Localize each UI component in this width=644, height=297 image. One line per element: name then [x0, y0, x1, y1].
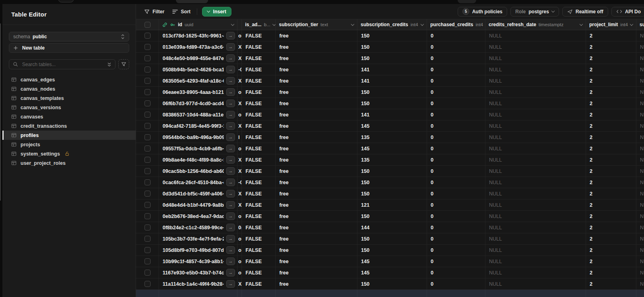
credits-refresh-date-cell[interactable]: NULL: [485, 166, 586, 177]
role-select-button[interactable]: Role postgres: [510, 7, 559, 17]
subscription-credits-cell[interactable]: 150: [357, 166, 427, 177]
id-cell[interactable]: 0cac6fca-26cf-4510-84ba-c4580...→: [159, 177, 237, 188]
is-admin-cell[interactable]: FALSE: [242, 143, 276, 154]
sort-button[interactable]: Sort: [168, 6, 194, 17]
purchased-credits-cell[interactable]: 0: [427, 278, 485, 289]
subscription-tier-cell[interactable]: free: [276, 154, 357, 165]
search-tables-input[interactable]: [21, 61, 104, 68]
is-admin-cell[interactable]: FALSE: [242, 245, 276, 255]
project-limit-cell[interactable]: 2: [586, 256, 636, 267]
credits-refresh-date-cell[interactable]: NULL: [485, 75, 586, 86]
sidebar-item-user_project_roles[interactable]: user_project_roles: [2, 158, 136, 168]
purchased-credits-cell[interactable]: 0: [427, 245, 485, 255]
clipped-cell[interactable]: l: [237, 132, 242, 143]
sidebar-item-system_settings[interactable]: system_settings: [2, 149, 136, 158]
id-cell[interactable]: 094caf42-7185-4e45-99f3-14abee...→: [159, 120, 237, 131]
credits-refresh-date-cell[interactable]: NULL: [485, 278, 586, 289]
clipped-right-cell[interactable]: NU: [636, 222, 644, 233]
column-header-clipped[interactable]: [237, 19, 242, 30]
sidebar-item-canvas_edges[interactable]: canvas_edges: [2, 75, 136, 84]
project-limit-cell[interactable]: 2: [586, 233, 636, 244]
project-limit-cell[interactable]: 2: [586, 143, 636, 154]
project-limit-cell[interactable]: 2: [586, 87, 636, 98]
clipped-cell[interactable]: X: [237, 278, 242, 289]
clipped-right-cell[interactable]: NU: [636, 98, 644, 109]
subscription-credits-cell[interactable]: 145: [357, 267, 427, 278]
row-checkbox[interactable]: [144, 224, 151, 231]
api-docs-button[interactable]: API Do: [611, 7, 644, 17]
id-cell[interactable]: 063505e5-4293-4faf-a18c-0e65b...→: [159, 75, 237, 86]
clipped-right-cell[interactable]: NU: [636, 166, 644, 177]
clipped-cell[interactable]: X: [237, 42, 242, 52]
row-checkbox[interactable]: [144, 55, 151, 61]
purchased-credits-cell[interactable]: 0: [427, 222, 485, 233]
is-admin-cell[interactable]: FALSE: [242, 222, 276, 233]
clipped-cell[interactable]: o: [237, 245, 242, 255]
column-header-project-limit[interactable]: project_limit int4: [586, 19, 636, 30]
subscription-tier-cell[interactable]: free: [276, 188, 357, 199]
subscription-credits-cell[interactable]: 141: [357, 109, 427, 120]
clipped-right-cell[interactable]: NU: [636, 30, 644, 41]
credits-refresh-date-cell[interactable]: NULL: [485, 211, 586, 222]
subscription-tier-cell[interactable]: free: [276, 222, 357, 233]
expand-row-button[interactable]: →: [226, 111, 235, 118]
clipped-right-cell[interactable]: NU: [636, 53, 644, 64]
filter-button[interactable]: Filter: [140, 6, 168, 17]
subscription-credits-cell[interactable]: 135: [357, 132, 427, 143]
clipped-right-cell[interactable]: NU: [636, 64, 644, 75]
credits-refresh-date-cell[interactable]: NULL: [485, 233, 586, 244]
id-cell[interactable]: 0d48e4d4-b1bf-4479-9a8b-4a4b...→: [159, 199, 237, 210]
realtime-toggle-button[interactable]: Realtime off: [562, 7, 608, 17]
row-checkbox[interactable]: [144, 236, 151, 242]
credits-refresh-date-cell[interactable]: NULL: [485, 245, 586, 255]
subscription-credits-cell[interactable]: 150: [357, 177, 427, 188]
project-limit-cell[interactable]: 2: [586, 154, 636, 165]
clipped-cell[interactable]: o: [237, 233, 242, 244]
is-admin-cell[interactable]: FALSE: [242, 188, 276, 199]
project-limit-cell[interactable]: 2: [586, 211, 636, 222]
expand-row-button[interactable]: →: [226, 235, 235, 243]
id-cell[interactable]: 09557f5a-0dcb-4cb9-a6fb-fff366...→: [159, 143, 237, 154]
clipped-right-cell[interactable]: NU: [636, 267, 644, 278]
is-admin-cell[interactable]: FALSE: [242, 256, 276, 267]
row-checkbox[interactable]: [144, 134, 151, 140]
clipped-right-cell[interactable]: NU: [636, 120, 644, 131]
subscription-credits-cell[interactable]: 145: [357, 120, 427, 131]
clipped-cell[interactable]: o: [237, 256, 242, 267]
project-limit-cell[interactable]: 2: [586, 245, 636, 255]
subscription-tier-cell[interactable]: free: [276, 120, 357, 131]
row-checkbox[interactable]: [144, 157, 151, 163]
column-header-subscription-credits[interactable]: subscription_credits int4: [357, 19, 427, 30]
is-admin-cell[interactable]: FALSE: [242, 177, 276, 188]
row-checkbox[interactable]: [144, 281, 151, 287]
row-checkbox[interactable]: [144, 33, 151, 39]
purchased-credits-cell[interactable]: 0: [427, 30, 485, 41]
id-cell[interactable]: 08386537-10d4-488a-a11e-eb5a6...→: [159, 109, 237, 120]
id-cell[interactable]: 0eb2b676-38ed-4ea7-9dad-38e6...→: [159, 211, 237, 222]
column-header-id[interactable]: id uuid: [159, 19, 237, 30]
expand-row-button[interactable]: →: [226, 190, 235, 197]
purchased-credits-cell[interactable]: 0: [427, 109, 485, 120]
subscription-tier-cell[interactable]: free: [276, 109, 357, 120]
subscription-credits-cell[interactable]: 150: [357, 42, 427, 52]
is-admin-cell[interactable]: FALSE: [242, 132, 276, 143]
purchased-credits-cell[interactable]: 0: [427, 188, 485, 199]
clipped-right-cell[interactable]: NU: [636, 245, 644, 255]
project-limit-cell[interactable]: 2: [586, 75, 636, 86]
project-limit-cell[interactable]: 2: [586, 267, 636, 278]
clipped-right-cell[interactable]: NU: [636, 143, 644, 154]
filter-tables-button[interactable]: [118, 59, 129, 69]
credits-refresh-date-cell[interactable]: NULL: [485, 188, 586, 199]
is-admin-cell[interactable]: FALSE: [242, 75, 276, 86]
is-admin-cell[interactable]: FALSE: [242, 42, 276, 52]
subscription-tier-cell[interactable]: free: [276, 166, 357, 177]
subscription-credits-cell[interactable]: 121: [357, 199, 427, 210]
chevrons-down-icon[interactable]: [107, 62, 111, 67]
is-admin-cell[interactable]: FALSE: [242, 267, 276, 278]
subscription-credits-cell[interactable]: 144: [357, 222, 427, 233]
subscription-credits-cell[interactable]: 135: [357, 154, 427, 165]
clipped-cell[interactable]: X: [237, 75, 242, 86]
purchased-credits-cell[interactable]: 0: [427, 87, 485, 98]
expand-row-button[interactable]: →: [226, 224, 235, 231]
purchased-credits-cell[interactable]: 0: [427, 154, 485, 165]
